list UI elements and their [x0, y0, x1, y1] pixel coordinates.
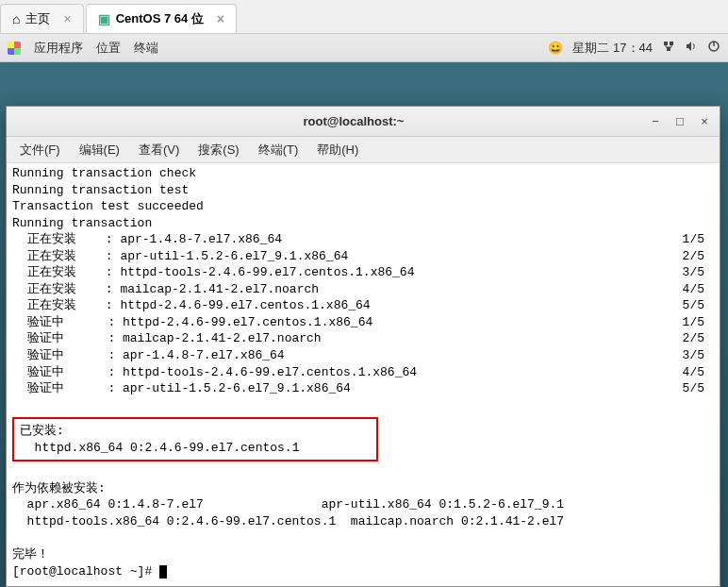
menu-search[interactable]: 搜索(S)	[190, 138, 246, 162]
desktop-area: root@localhost:~ − □ × 文件(F) 编辑(E) 查看(V)…	[0, 62, 728, 587]
close-button[interactable]: ×	[697, 114, 712, 128]
installed-highlight: 已安装: httpd.x86_64 0:2.4.6-99.el7.centos.…	[12, 417, 378, 461]
deps-line: httpd-tools.x86_64 0:2.4.6-99.el7.centos…	[12, 513, 714, 530]
term-line: Running transaction	[12, 215, 714, 232]
done-line: 完毕！	[12, 546, 714, 563]
verify-row: 验证中 : apr-util-1.5.2-6.el7_9.1.x86_645/5	[12, 380, 714, 397]
terminal-output[interactable]: Running transaction checkRunning transac…	[7, 163, 720, 586]
verify-row: 验证中 : httpd-2.4.6-99.el7.centos.1.x86_64…	[12, 314, 714, 331]
verify-row: 验证中 : apr-1.4.8-7.el7.x86_643/5	[12, 347, 714, 364]
term-line: Running transaction test	[12, 182, 714, 199]
gnome-top-bar: 应用程序 位置 终端 😀 星期二 17：44	[0, 34, 728, 62]
minimize-button[interactable]: −	[648, 114, 663, 128]
term-line: Transaction test succeeded	[12, 198, 714, 215]
vm-tab-bar: ⌂ 主页 × ▣ CentOS 7 64 位 ×	[0, 0, 728, 34]
terminal-menubar: 文件(F) 编辑(E) 查看(V) 搜索(S) 终端(T) 帮助(H)	[7, 137, 720, 163]
menu-file[interactable]: 文件(F)	[12, 138, 68, 162]
volume-icon[interactable]	[685, 40, 698, 56]
prompt-line: [root@localhost ~]#	[12, 563, 714, 580]
deps-header: 作为依赖被安装:	[12, 480, 714, 497]
installed-package: httpd.x86_64 0:2.4.6-99.el7.centos.1	[20, 440, 371, 457]
menu-places[interactable]: 位置	[96, 40, 121, 57]
maximize-button[interactable]: □	[672, 114, 687, 128]
cursor-icon	[159, 565, 167, 579]
menu-edit[interactable]: 编辑(E)	[72, 138, 127, 162]
terminal-titlebar[interactable]: root@localhost:~ − □ ×	[7, 107, 720, 137]
menu-terminal[interactable]: 终端	[134, 40, 158, 57]
menu-applications[interactable]: 应用程序	[34, 40, 83, 57]
verify-row: 验证中 : mailcap-2.1.41-2.el7.noarch2/5	[12, 330, 714, 347]
terminal-title: root@localhost:~	[59, 114, 648, 128]
installed-header: 已安装:	[20, 423, 371, 440]
home-icon: ⌂	[12, 11, 20, 26]
close-icon[interactable]: ×	[63, 11, 71, 26]
activities-icon[interactable]	[8, 42, 21, 55]
vm-icon: ▣	[98, 11, 110, 26]
svg-rect-0	[664, 42, 668, 45]
term-line: Running transaction check	[12, 165, 714, 182]
menu-view[interactable]: 查看(V)	[131, 138, 187, 162]
terminal-window: root@localhost:~ − □ × 文件(F) 编辑(E) 查看(V)…	[6, 106, 720, 587]
tab-centos-label: CentOS 7 64 位	[116, 10, 204, 27]
install-row: 正在安装 : httpd-2.4.6-99.el7.centos.1.x86_6…	[12, 297, 714, 314]
network-icon[interactable]	[662, 40, 675, 56]
svg-rect-1	[670, 42, 673, 45]
clock-label[interactable]: 星期二 17：44	[572, 40, 653, 57]
deps-line: apr.x86_64 0:1.4.8-7.el7 apr-util.x86_64…	[12, 496, 714, 513]
menu-terminal[interactable]: 终端(T)	[251, 138, 306, 162]
install-row: 正在安装 : apr-1.4.8-7.el7.x86_641/5	[12, 231, 714, 248]
power-icon[interactable]	[707, 40, 720, 56]
install-row: 正在安装 : httpd-tools-2.4.6-99.el7.centos.1…	[12, 264, 714, 281]
verify-row: 验证中 : httpd-tools-2.4.6-99.el7.centos.1.…	[12, 364, 714, 381]
tab-home[interactable]: ⌂ 主页 ×	[0, 4, 84, 33]
menu-help[interactable]: 帮助(H)	[309, 138, 366, 162]
install-row: 正在安装 : mailcap-2.1.41-2.el7.noarch4/5	[12, 281, 714, 298]
install-row: 正在安装 : apr-util-1.5.2-6.el7_9.1.x86_642/…	[12, 248, 714, 265]
close-icon[interactable]: ×	[217, 11, 224, 26]
notification-icon[interactable]: 😀	[548, 41, 563, 55]
tab-home-label: 主页	[25, 10, 50, 27]
tab-centos[interactable]: ▣ CentOS 7 64 位 ×	[86, 4, 237, 33]
